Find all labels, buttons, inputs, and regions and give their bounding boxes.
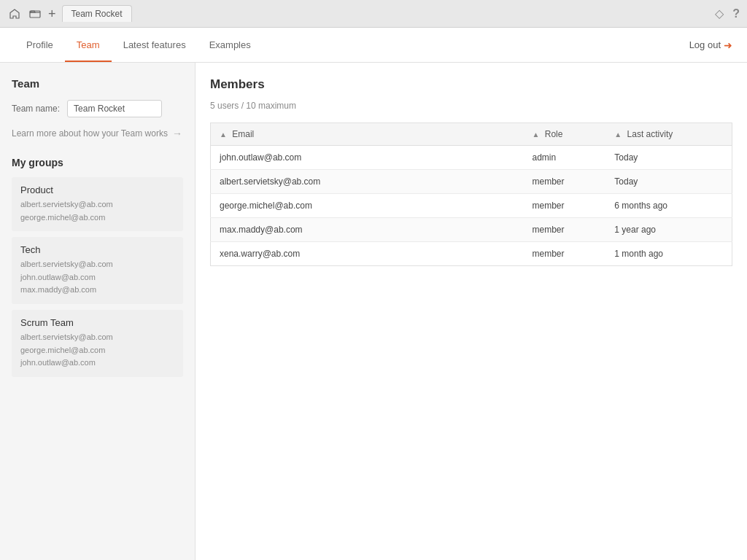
table-row: albert.servietsky@ab.commemberToday <box>211 170 732 194</box>
browser-bar: + Team Rocket ◇ ? <box>0 0 747 28</box>
nav-tab-examples[interactable]: Examples <box>198 29 263 62</box>
members-table-head: ▲ Email ▲ Role ▲ Last activity <box>211 123 732 146</box>
nav-bar: Profile Team Latest features Examples Lo… <box>0 28 747 63</box>
table-cell-last_activity: 1 month ago <box>605 242 732 266</box>
members-count: 5 users / 10 maximum <box>210 101 732 111</box>
group-member: albert.servietsky@ab.com <box>20 331 174 344</box>
team-section-title: Team <box>12 77 183 90</box>
email-sort-icon: ▲ <box>220 131 227 139</box>
group-name: Tech <box>20 244 174 255</box>
group-member: max.maddy@ab.com <box>20 284 174 297</box>
table-row: george.michel@ab.commember6 months ago <box>211 194 732 218</box>
home-icon[interactable] <box>7 7 22 21</box>
learn-more-arrow-icon: → <box>172 128 182 139</box>
table-cell-role: member <box>524 218 606 242</box>
nav-tab-profile[interactable]: Profile <box>15 29 65 62</box>
col-role[interactable]: ▲ Role <box>524 123 606 146</box>
team-name-row: Team name: <box>12 100 183 117</box>
group-card: Productalbert.servietsky@ab.comgeorge.mi… <box>12 177 183 231</box>
col-email[interactable]: ▲ Email <box>211 123 524 146</box>
table-cell-role: admin <box>524 146 606 170</box>
help-icon[interactable]: ? <box>732 7 740 20</box>
nav-tab-latest-features[interactable]: Latest features <box>112 29 198 62</box>
table-cell-last_activity: 6 months ago <box>605 194 732 218</box>
learn-more-text: Learn more about how your Team works <box>12 128 168 139</box>
table-cell-role: member <box>524 242 606 266</box>
table-row: max.maddy@ab.commember1 year ago <box>211 218 732 242</box>
group-member: albert.servietsky@ab.com <box>20 258 174 271</box>
group-name: Product <box>20 184 174 195</box>
logout-label: Log out <box>689 39 721 50</box>
group-member: george.michel@ab.com <box>20 211 174 225</box>
group-card: Scrum Teamalbert.servietsky@ab.comgeorge… <box>12 310 183 377</box>
table-header-row: ▲ Email ▲ Role ▲ Last activity <box>211 123 732 146</box>
nav-tabs: Profile Team Latest features Examples <box>15 29 689 61</box>
members-table-body: john.outlaw@ab.comadminTodayalbert.servi… <box>211 146 732 266</box>
my-groups-title: My groups <box>12 157 183 168</box>
main-content: Team Team name: Learn more about how you… <box>0 63 747 560</box>
members-title: Members <box>210 77 732 92</box>
logout-arrow-icon: ➜ <box>724 39 732 51</box>
group-member: john.outlaw@ab.com <box>20 357 174 370</box>
new-tab-button[interactable]: + <box>48 7 56 20</box>
table-cell-last_activity: Today <box>605 170 732 194</box>
members-table: ▲ Email ▲ Role ▲ Last activity john.outl… <box>210 122 732 266</box>
learn-more-link[interactable]: Learn more about how your Team works → <box>12 128 183 139</box>
browser-actions: ◇ ? <box>715 7 740 20</box>
table-cell-role: member <box>524 194 606 218</box>
col-last-activity[interactable]: ▲ Last activity <box>605 123 732 146</box>
table-cell-email: george.michel@ab.com <box>211 194 524 218</box>
table-cell-email: xena.warry@ab.com <box>211 242 524 266</box>
group-member: george.michel@ab.com <box>20 344 174 357</box>
sidebar: Team Team name: Learn more about how you… <box>0 63 196 560</box>
group-name: Scrum Team <box>20 317 174 328</box>
browser-tab[interactable]: Team Rocket <box>62 5 132 22</box>
team-name-input[interactable] <box>67 100 162 117</box>
diamond-icon[interactable]: ◇ <box>715 7 724 20</box>
groups-container: Productalbert.servietsky@ab.comgeorge.mi… <box>12 177 183 377</box>
table-cell-email: john.outlaw@ab.com <box>211 146 524 170</box>
team-name-label: Team name: <box>12 104 60 114</box>
table-row: john.outlaw@ab.comadminToday <box>211 146 732 170</box>
tab-label: Team Rocket <box>71 9 123 19</box>
group-card: Techalbert.servietsky@ab.comjohn.outlaw@… <box>12 237 183 304</box>
table-cell-last_activity: 1 year ago <box>605 218 732 242</box>
table-cell-email: albert.servietsky@ab.com <box>211 170 524 194</box>
right-panel: Members 5 users / 10 maximum ▲ Email ▲ R… <box>196 63 747 560</box>
folder-icon[interactable] <box>28 7 42 21</box>
logout-button[interactable]: Log out ➜ <box>689 39 732 51</box>
table-cell-email: max.maddy@ab.com <box>211 218 524 242</box>
group-member: john.outlaw@ab.com <box>20 271 174 284</box>
table-row: xena.warry@ab.commember1 month ago <box>211 242 732 266</box>
table-cell-last_activity: Today <box>605 146 732 170</box>
group-member: albert.servietsky@ab.com <box>20 198 174 211</box>
role-sort-icon: ▲ <box>533 131 540 139</box>
nav-tab-team[interactable]: Team <box>65 29 112 62</box>
last-activity-sort-icon: ▲ <box>614 131 622 139</box>
table-cell-role: member <box>524 170 606 194</box>
